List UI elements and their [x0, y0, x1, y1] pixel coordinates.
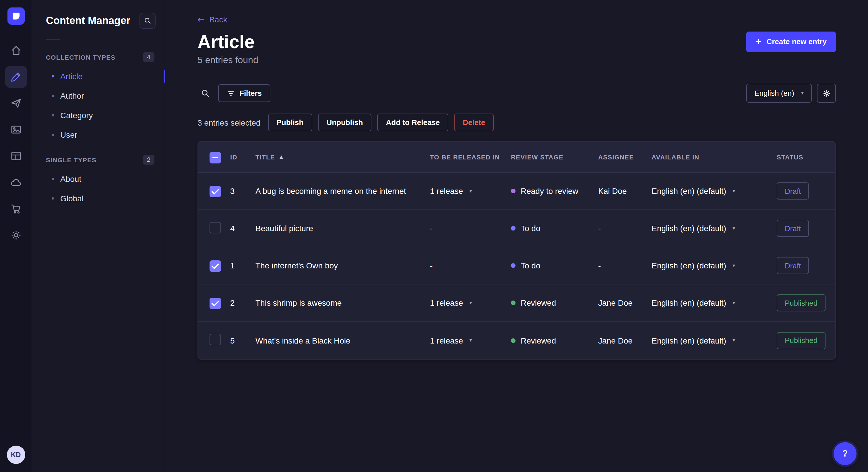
- row-checkbox[interactable]: [210, 260, 221, 272]
- back-link[interactable]: ← Back: [197, 15, 227, 24]
- divider: [46, 39, 60, 40]
- sidebar-item-article[interactable]: Article: [46, 67, 156, 86]
- unpublish-button[interactable]: Unpublish: [318, 114, 371, 132]
- cell-id: 4: [230, 224, 255, 233]
- settings-gear-icon[interactable]: [5, 224, 27, 246]
- cell-available-in[interactable]: English (en) (default) ▾: [652, 261, 777, 270]
- user-avatar[interactable]: KD: [7, 446, 25, 464]
- chevron-down-icon: ▾: [801, 91, 804, 96]
- column-header-status: STATUS: [777, 154, 835, 161]
- cell-available-in[interactable]: English (en) (default) ▾: [652, 336, 777, 345]
- item-bullet: [52, 75, 54, 77]
- page-title: Article: [197, 31, 255, 53]
- sidebar-item-category[interactable]: Category: [46, 105, 156, 125]
- cell-available-in[interactable]: English (en) (default) ▾: [652, 187, 777, 196]
- cell-assignee: Kai Doe: [598, 187, 652, 196]
- cell-title[interactable]: A bug is becoming a meme on the internet: [255, 187, 430, 196]
- cell-review-stage: To do: [511, 261, 598, 270]
- cell-assignee: Jane Doe: [598, 336, 652, 345]
- row-checkbox[interactable]: [210, 186, 221, 197]
- sidebar-item-author[interactable]: Author: [46, 86, 156, 105]
- content-manager-app: KD Content Manager COLLECTION TYPES 4 Ar…: [0, 0, 868, 472]
- question-mark-icon: ?: [842, 448, 848, 459]
- cell-title[interactable]: What's inside a Black Hole: [255, 336, 430, 345]
- chevron-down-icon: ▾: [469, 338, 472, 343]
- home-icon[interactable]: [5, 40, 27, 61]
- list-toolbar: Filters English (en) ▾: [197, 84, 836, 103]
- cell-title[interactable]: Beautiful picture: [255, 224, 430, 233]
- table-row: 1 The internet's Own boy - To do - Engli…: [198, 247, 835, 285]
- locale-select[interactable]: English (en) ▾: [746, 84, 812, 103]
- strapi-logo-mark: [12, 12, 19, 20]
- sidebar-item-about[interactable]: About: [46, 169, 156, 189]
- stage-dot: [511, 264, 516, 268]
- collection-types-section: COLLECTION TYPES 4 Article Author Catego…: [46, 47, 156, 144]
- search-icon[interactable]: [140, 12, 156, 29]
- status-badge: Published: [777, 295, 826, 312]
- cell-review-stage: Reviewed: [511, 336, 598, 345]
- view-settings-button[interactable]: [817, 84, 836, 103]
- chevron-down-icon: ▾: [733, 226, 735, 231]
- entries-table: ID TITLE ▲ TO BE RELEASED IN REVIEW STAG…: [197, 141, 836, 360]
- row-checkbox[interactable]: [210, 222, 221, 233]
- publish-button[interactable]: Publish: [268, 114, 312, 132]
- plus-icon: +: [756, 37, 762, 46]
- select-all-checkbox[interactable]: [210, 152, 221, 164]
- paper-plane-icon[interactable]: [5, 92, 27, 114]
- cell-title[interactable]: This shrimp is awesome: [255, 299, 430, 308]
- sidebar-item-global[interactable]: Global: [46, 189, 156, 208]
- cell-assignee: -: [598, 261, 652, 270]
- column-header-release: TO BE RELEASED IN: [430, 154, 511, 161]
- item-bullet: [52, 178, 54, 180]
- create-new-entry-button[interactable]: + Create new entry: [747, 32, 836, 52]
- column-header-available-in: AVAILABLE IN: [652, 154, 777, 161]
- media-library-icon[interactable]: [5, 119, 27, 140]
- row-checkbox[interactable]: [210, 298, 221, 309]
- chevron-down-icon: ▾: [733, 301, 735, 306]
- rail-nav: [5, 40, 27, 246]
- entries-count-subtitle: 5 entries found: [197, 55, 836, 66]
- sidebar-item-user[interactable]: User: [46, 125, 156, 144]
- add-to-release-button[interactable]: Add to Release: [377, 114, 448, 132]
- cell-available-in[interactable]: English (en) (default) ▾: [652, 299, 777, 308]
- delete-button[interactable]: Delete: [454, 114, 494, 132]
- marketplace-cart-icon[interactable]: [5, 198, 27, 220]
- item-bullet: [52, 197, 54, 200]
- cell-id: 5: [230, 336, 255, 345]
- status-badge: Draft: [777, 257, 809, 274]
- cell-release[interactable]: -: [430, 224, 511, 233]
- status-badge: Draft: [777, 220, 809, 237]
- help-button[interactable]: ?: [834, 442, 857, 465]
- table-row: 4 Beautiful picture - To do - English (e…: [198, 210, 835, 247]
- section-label: SINGLE TYPES: [46, 156, 96, 163]
- table-body: 3 A bug is becoming a meme on the intern…: [198, 173, 835, 359]
- table-row: 5 What's inside a Black Hole 1 release ▾…: [198, 322, 835, 359]
- collection-types-count-badge: 4: [143, 52, 154, 62]
- selection-count: 3 entries selected: [197, 118, 260, 127]
- status-badge: Draft: [777, 183, 809, 200]
- cell-release[interactable]: -: [430, 261, 511, 270]
- sidebar-title: Content Manager: [46, 14, 130, 27]
- cell-release[interactable]: 1 release ▾: [430, 336, 511, 345]
- filters-button[interactable]: Filters: [218, 85, 270, 102]
- row-checkbox[interactable]: [210, 334, 221, 345]
- content-manager-icon[interactable]: [5, 66, 27, 88]
- item-bullet: [52, 134, 54, 136]
- strapi-logo[interactable]: [7, 7, 24, 25]
- table-row: 2 This shrimp is awesome 1 release ▾ Rev…: [198, 285, 835, 322]
- cell-release[interactable]: 1 release ▾: [430, 187, 511, 196]
- stage-dot: [511, 189, 516, 194]
- single-types-count-badge: 2: [143, 155, 154, 165]
- cell-available-in[interactable]: English (en) (default) ▾: [652, 224, 777, 233]
- cell-id: 1: [230, 261, 255, 270]
- main-content: ← Back Article + Create new entry 5 entr…: [165, 0, 868, 472]
- cell-review-stage: To do: [511, 224, 598, 233]
- cell-title[interactable]: The internet's Own boy: [255, 261, 430, 270]
- content-manager-sidebar: Content Manager COLLECTION TYPES 4 Artic…: [32, 0, 165, 472]
- column-header-title[interactable]: TITLE ▲: [255, 154, 430, 161]
- search-icon[interactable]: [197, 86, 212, 101]
- cell-release[interactable]: 1 release ▾: [430, 299, 511, 308]
- cloud-icon[interactable]: [5, 171, 27, 193]
- bulk-actions-bar: 3 entries selected Publish Unpublish Add…: [197, 114, 836, 132]
- content-type-builder-icon[interactable]: [5, 145, 27, 167]
